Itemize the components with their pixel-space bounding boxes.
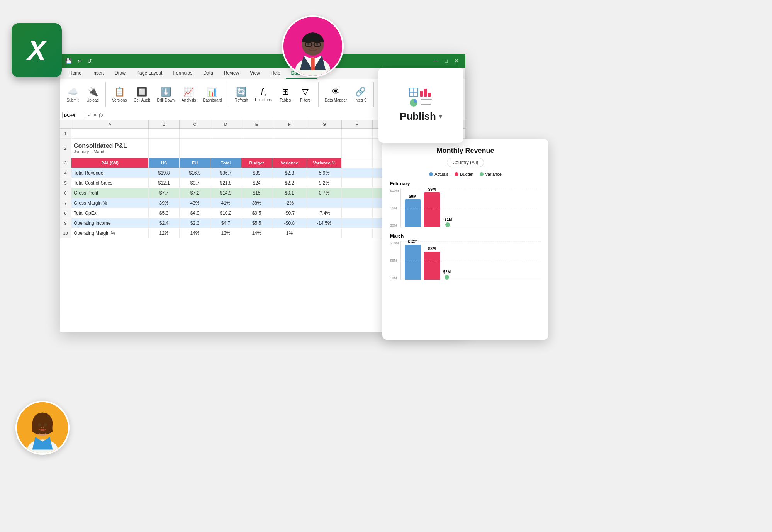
upload-btn[interactable]: 🔌 Upload [83, 81, 102, 108]
cell-7c[interactable]: 43% [180, 198, 210, 208]
cell-3h[interactable] [342, 158, 373, 168]
chart-filter-button[interactable]: Country (All) [447, 158, 484, 167]
minimize-btn[interactable]: — [430, 57, 441, 65]
tab-view[interactable]: View [244, 68, 265, 79]
cell-1c[interactable] [180, 129, 210, 138]
tab-page-layout[interactable]: Page Layout [131, 68, 168, 79]
tab-insert[interactable]: Insert [87, 68, 109, 79]
cell-1a[interactable] [71, 129, 149, 138]
cell-7a[interactable]: Gross Margin % [71, 198, 149, 208]
cell-6f[interactable]: $0.1 [272, 188, 307, 198]
undo-icon[interactable]: ↩ [76, 57, 83, 65]
versions-btn[interactable]: 📋 Versions [109, 81, 130, 108]
cell-1e[interactable] [241, 129, 272, 138]
cell-1b[interactable] [149, 129, 180, 138]
cell-9f[interactable]: -$0.8 [272, 218, 307, 228]
cell-3f[interactable]: Variance [272, 158, 307, 168]
cell-8d[interactable]: $10.2 [210, 208, 241, 218]
cell-4e[interactable]: $39 [241, 168, 272, 178]
analysis-btn[interactable]: 📈 Analysis [178, 81, 199, 108]
tab-help[interactable]: Help [265, 68, 286, 79]
cell-audit-btn[interactable]: 🔲 Cell Audit [131, 81, 153, 108]
cell-5f[interactable]: $2.2 [272, 178, 307, 188]
cell-8a[interactable]: Total OpEx [71, 208, 149, 218]
cell-1f[interactable] [272, 129, 307, 138]
cell-7f[interactable]: -2% [272, 198, 307, 208]
maximize-btn[interactable]: □ [442, 57, 451, 65]
cell-7e[interactable]: 38% [241, 198, 272, 208]
svg-point-7 [307, 43, 310, 45]
cell-5b[interactable]: $12.1 [149, 178, 180, 188]
cell-3e[interactable]: Budget [241, 158, 272, 168]
cell-4g[interactable]: 5.9% [307, 168, 342, 178]
cell-3a[interactable]: P&L($M) [71, 158, 149, 168]
cell-9e[interactable]: $5.5 [241, 218, 272, 228]
cell-6d[interactable]: $14.9 [210, 188, 241, 198]
cell-10e[interactable]: 14% [241, 228, 272, 238]
cell-6c[interactable]: $7.2 [180, 188, 210, 198]
cell-1h[interactable] [342, 129, 373, 138]
cell-7g[interactable] [307, 198, 342, 208]
cell-7b[interactable]: 39% [149, 198, 180, 208]
close-btn[interactable]: ✕ [451, 57, 462, 65]
cell-1d[interactable] [210, 129, 241, 138]
cell-10g[interactable] [307, 228, 342, 238]
cell-9c[interactable]: $2.3 [180, 218, 210, 228]
cell-9d[interactable]: $4.7 [210, 218, 241, 228]
cell-5a[interactable]: Total Cost of Sales [71, 178, 149, 188]
cell-3b[interactable]: US [149, 158, 180, 168]
functions-btn[interactable]: ƒx Functions [252, 81, 275, 108]
tables-btn[interactable]: ⊞ Tables [276, 81, 295, 108]
cell-5c[interactable]: $9.7 [180, 178, 210, 188]
cell-7d[interactable]: 41% [210, 198, 241, 208]
cell-8b[interactable]: $5.3 [149, 208, 180, 218]
chart-section-february: February $10M $5M $0M $8M [390, 181, 541, 227]
data-mapper-btn[interactable]: 👁 Data Mapper [322, 81, 350, 108]
cell-9g[interactable]: -14.5% [307, 218, 342, 228]
cell-5g[interactable]: 9.2% [307, 178, 342, 188]
cell-5d[interactable]: $21.8 [210, 178, 241, 188]
cell-4f[interactable]: $2.3 [272, 168, 307, 178]
cell-10f[interactable]: 1% [272, 228, 307, 238]
tab-data[interactable]: Data [198, 68, 218, 79]
cell-title[interactable]: Consolidated P&L January – March [71, 139, 149, 158]
submit-btn[interactable]: ☁️ Submit [63, 81, 82, 108]
cell-8c[interactable]: $4.9 [180, 208, 210, 218]
cell-10a[interactable]: Operating Margin % [71, 228, 149, 238]
dashboard-btn[interactable]: 📊 Dashboard [200, 81, 225, 108]
publish-card[interactable]: Publish ▾ [378, 68, 463, 143]
filters-btn[interactable]: ▽ Filters [296, 81, 315, 108]
cell-4d[interactable]: $36.7 [210, 168, 241, 178]
cell-10b[interactable]: 12% [149, 228, 180, 238]
cell-10c[interactable]: 14% [180, 228, 210, 238]
cell-4b[interactable]: $19.8 [149, 168, 180, 178]
cell-8e[interactable]: $9.5 [241, 208, 272, 218]
tab-draw[interactable]: Draw [109, 68, 131, 79]
drill-down-btn[interactable]: ⬇️ Drill Down [154, 81, 178, 108]
cell-9a[interactable]: Operating Income [71, 218, 149, 228]
tab-home[interactable]: Home [64, 68, 87, 79]
cell-5e[interactable]: $24 [241, 178, 272, 188]
cell-10d[interactable]: 13% [210, 228, 241, 238]
integ-s-btn[interactable]: 🔗 Integ S [351, 81, 370, 108]
cell-3c[interactable]: EU [180, 158, 210, 168]
refresh-btn[interactable]: 🔄 Refresh [231, 81, 251, 108]
cell-4c[interactable]: $16.9 [180, 168, 210, 178]
tab-formulas[interactable]: Formulas [168, 68, 198, 79]
cell-reference[interactable]: BQ44 [62, 112, 85, 118]
cell-6b[interactable]: $7.7 [149, 188, 180, 198]
save-icon[interactable]: 💾 [64, 57, 73, 65]
cell-3g[interactable]: Variance % [307, 158, 342, 168]
cell-6g[interactable]: 0.7% [307, 188, 342, 198]
cell-6a[interactable]: Gross Profit [71, 188, 149, 198]
cell-1g[interactable] [307, 129, 342, 138]
redo-icon[interactable]: ↺ [86, 57, 93, 65]
tab-review[interactable]: Review [219, 68, 244, 79]
cell-3d[interactable]: Total [210, 158, 241, 168]
cell-8g[interactable]: -7.4% [307, 208, 342, 218]
cell-4a[interactable]: Total Revenue [71, 168, 149, 178]
chart-filter-label: Country (All) [453, 160, 478, 165]
cell-6e[interactable]: $15 [241, 188, 272, 198]
cell-9b[interactable]: $2.4 [149, 218, 180, 228]
cell-8f[interactable]: -$0.7 [272, 208, 307, 218]
